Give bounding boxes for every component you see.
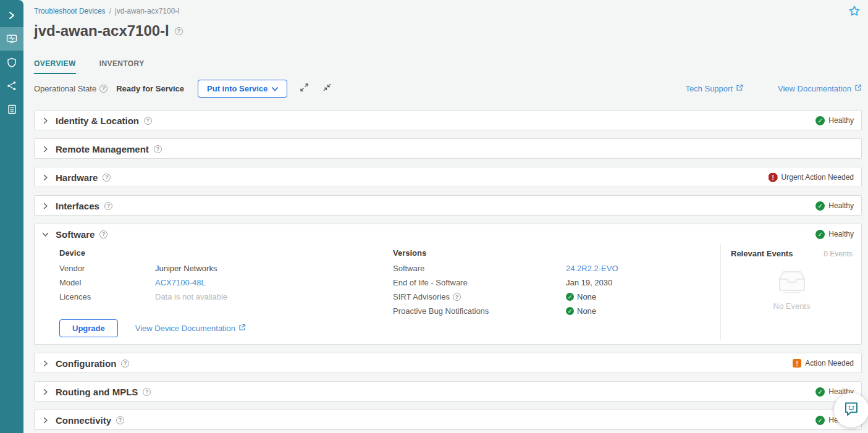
- bug-notifications-value: ✓None: [566, 306, 596, 316]
- relevant-events-title: Relevant Events: [731, 249, 793, 258]
- external-link-icon: [238, 324, 246, 333]
- page-title: jvd-awan-acx7100-l: [34, 22, 169, 40]
- section-help-icon[interactable]: ?: [104, 202, 112, 210]
- chevron-right-icon[interactable]: [42, 389, 49, 395]
- healthy-check-icon: ✓: [815, 116, 825, 125]
- ok-check-icon: ✓: [566, 293, 574, 301]
- sirt-value: ✓None: [566, 292, 596, 301]
- document-icon: [7, 104, 17, 114]
- ok-check-icon: ✓: [566, 307, 574, 315]
- software-version-row: Software 24.2R2.2-EVO: [393, 264, 618, 278]
- chevron-right-icon[interactable]: [42, 203, 49, 209]
- section-help-icon[interactable]: ?: [144, 117, 152, 125]
- sidebar-item-topology[interactable]: [0, 74, 23, 98]
- model-link[interactable]: ACX7100-48L: [155, 278, 206, 287]
- events-count: 0 Events: [824, 250, 853, 258]
- sidebar-item-device-monitoring[interactable]: [0, 27, 23, 51]
- eol-row: End of life - Software Jan 19, 2030: [393, 278, 618, 292]
- main-content: Troubleshoot Devices/jvd-awan-acx7100-l …: [23, 0, 868, 433]
- chevron-right-icon[interactable]: [42, 146, 49, 153]
- chevron-right-icon: [7, 11, 16, 20]
- section-title: Configuration: [56, 358, 116, 369]
- tab-bar: OVERVIEW INVENTORY: [34, 59, 145, 74]
- status-badge: !Action Needed: [793, 359, 854, 368]
- toolbar: Operational State ? Ready for Service Pu…: [34, 79, 862, 98]
- breadcrumb-parent-link[interactable]: Troubleshoot Devices: [34, 7, 106, 15]
- chevron-right-icon[interactable]: [42, 117, 49, 124]
- title-help-icon[interactable]: ?: [175, 27, 183, 35]
- section-hardware: Hardware ? !Urgent Action Needed: [34, 167, 862, 187]
- section-help-icon[interactable]: ?: [116, 416, 124, 424]
- healthy-check-icon: ✓: [815, 416, 825, 425]
- healthy-check-icon: ✓: [815, 230, 825, 239]
- section-identity-location: Identity & Location ? ✓Healthy: [34, 110, 862, 130]
- chevron-down-icon: [272, 84, 278, 93]
- breadcrumb: Troubleshoot Devices/jvd-awan-acx7100-l: [34, 7, 179, 15]
- section-title: Hardware: [56, 172, 98, 183]
- software-device-column: Device Vendor Juniper Networks Model ACX…: [59, 248, 227, 306]
- upgrade-button[interactable]: Upgrade: [59, 319, 118, 337]
- section-remote-management: Remote Management ?: [34, 138, 862, 159]
- expand-all-icon: [300, 85, 309, 94]
- software-version-link[interactable]: 24.2R2.2-EVO: [566, 264, 618, 273]
- breadcrumb-current: jvd-awan-acx7100-l: [115, 7, 179, 15]
- section-title: Routing and MPLS: [56, 387, 138, 397]
- put-into-service-button[interactable]: Put into Service: [198, 80, 287, 98]
- tab-overview[interactable]: OVERVIEW: [34, 59, 76, 74]
- view-device-documentation-link[interactable]: View Device Documentation: [135, 324, 246, 333]
- monitor-pulse-icon: [6, 34, 17, 44]
- favorite-star-icon[interactable]: [848, 5, 861, 20]
- chevron-right-icon[interactable]: [42, 360, 49, 367]
- chevron-right-icon[interactable]: [42, 417, 49, 424]
- section-help-icon[interactable]: ?: [154, 145, 162, 153]
- expand-all-button[interactable]: [298, 82, 310, 95]
- device-column-header: Device: [59, 248, 227, 258]
- section-help-icon[interactable]: ?: [99, 230, 107, 238]
- relevant-events-panel: Relevant Events 0 Events No Events: [720, 244, 861, 340]
- bug-notifications-row: Proactive Bug Notifications ✓None: [393, 306, 618, 321]
- chat-feedback-button[interactable]: [834, 393, 868, 427]
- status-badge: ✓Healthy: [815, 201, 854, 211]
- status-badge: ✓Healthy: [815, 116, 854, 125]
- versions-column-header: Versions: [393, 248, 618, 258]
- sidebar-expand-button[interactable]: [0, 4, 23, 27]
- licences-value: Data is not available: [155, 292, 227, 301]
- status-badge: !Urgent Action Needed: [769, 173, 854, 182]
- sidebar-item-logs[interactable]: [0, 98, 23, 121]
- operational-state-help-icon[interactable]: ?: [99, 85, 107, 93]
- section-title: Connectivity: [56, 415, 111, 426]
- section-title: Identity & Location: [56, 116, 139, 126]
- chevron-right-icon[interactable]: [42, 174, 49, 181]
- shield-icon: [7, 57, 17, 68]
- sidebar-item-security[interactable]: [0, 51, 23, 74]
- healthy-check-icon: ✓: [815, 201, 825, 211]
- section-routing-mpls: Routing and MPLS ? ✓Healthy: [34, 381, 862, 401]
- sirt-row: SIRT Advisories? ✓None: [393, 292, 618, 306]
- tab-inventory[interactable]: INVENTORY: [99, 59, 145, 74]
- operational-state-label: Operational State ?: [34, 84, 107, 93]
- chevron-down-icon[interactable]: [42, 231, 49, 238]
- model-row: Model ACX7100-48L: [59, 278, 227, 292]
- section-configuration: Configuration ? !Action Needed: [34, 353, 862, 373]
- section-help-icon[interactable]: ?: [121, 359, 129, 368]
- collapse-all-icon: [322, 85, 332, 94]
- view-documentation-link[interactable]: View Documentation: [778, 84, 862, 93]
- warning-square-icon: !: [793, 359, 801, 368]
- section-title: Remote Management: [56, 144, 149, 154]
- section-help-icon[interactable]: ?: [143, 388, 151, 396]
- section-connectivity: Connectivity ? ✓Healthy: [34, 410, 862, 430]
- section-software: Software ? ✓Healthy Device Vendor Junipe…: [34, 224, 862, 345]
- section-interfaces: Interfaces ? ✓Healthy: [34, 195, 862, 216]
- healthy-check-icon: ✓: [815, 387, 825, 397]
- section-help-icon[interactable]: ?: [103, 174, 111, 182]
- share-network-icon: [7, 81, 17, 91]
- chat-smiley-icon: [843, 400, 860, 420]
- sirt-help-icon[interactable]: ?: [453, 293, 461, 301]
- urgent-octagon-icon: !: [769, 173, 778, 182]
- left-sidebar: [0, 0, 23, 433]
- operational-state-value: Ready for Service: [116, 84, 184, 93]
- collapse-all-button[interactable]: [321, 82, 333, 95]
- section-title: Software: [56, 229, 95, 240]
- breadcrumb-separator: /: [109, 7, 111, 15]
- tech-support-link[interactable]: Tech Support: [685, 84, 743, 93]
